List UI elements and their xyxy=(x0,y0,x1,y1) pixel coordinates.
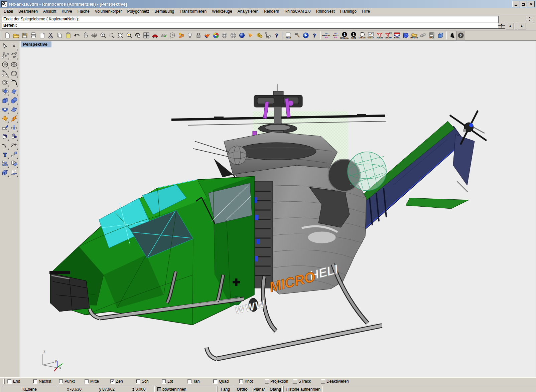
menu-ansicht[interactable]: Ansicht xyxy=(40,8,59,15)
menu-rhinonest[interactable]: RhinoNest xyxy=(313,8,337,15)
penguin-icon[interactable] xyxy=(448,31,456,40)
curve-through-points-icon[interactable] xyxy=(10,51,18,60)
spheres-icon[interactable] xyxy=(10,96,18,105)
extrude-icon[interactable] xyxy=(10,168,18,177)
osnap-knot[interactable]: Knot xyxy=(239,379,265,384)
ellipse-icon[interactable] xyxy=(10,60,18,69)
control-point-curve-icon[interactable] xyxy=(1,51,9,60)
group-icon[interactable]: GROUP xyxy=(384,31,393,40)
rectangle-icon[interactable] xyxy=(10,69,18,78)
cplane-pane[interactable]: KEbene xyxy=(2,386,57,392)
publish-doc-icon[interactable] xyxy=(38,31,46,40)
osnap-punkt-checkbox[interactable] xyxy=(59,379,63,384)
osnap-end-checkbox[interactable] xyxy=(7,379,12,384)
command-prompt[interactable]: Befehl: xyxy=(2,22,499,29)
restore-button[interactable] xyxy=(520,1,527,7)
check-icon[interactable]: CHECK xyxy=(358,31,367,40)
number-manual-icon[interactable]: 123MANUAL456 xyxy=(322,31,331,40)
record-history-toggle[interactable]: Historie aufnehmen xyxy=(283,386,323,392)
sheet-icon[interactable]: n?SHEET xyxy=(367,31,375,40)
menu-flaeche[interactable]: Fläche xyxy=(75,8,92,15)
scroll-up-icon[interactable]: ▲ xyxy=(526,16,533,19)
prev-command-button[interactable]: ◄ xyxy=(506,23,514,29)
polygon-icon[interactable] xyxy=(1,78,9,87)
name-icon[interactable]: NAME xyxy=(393,31,401,40)
osnap-sch-checkbox[interactable] xyxy=(136,379,140,384)
boolean-union-icon[interactable] xyxy=(1,114,9,123)
zoom-dynamic-icon[interactable] xyxy=(99,31,107,40)
offset-curve-icon[interactable] xyxy=(10,141,18,150)
history-scroll-spinner[interactable]: ▲ ▼ xyxy=(526,16,533,22)
osnap-strack-box[interactable] xyxy=(293,379,297,384)
options-gears-icon[interactable] xyxy=(255,31,264,40)
arc-icon[interactable] xyxy=(1,69,9,78)
background-map-icon[interactable] xyxy=(159,31,168,40)
render-wedge-icon[interactable] xyxy=(203,31,212,40)
osnap-naechst[interactable]: Nächst xyxy=(33,379,59,384)
patch-surface-icon[interactable] xyxy=(1,87,9,96)
cone-pointer-icon[interactable] xyxy=(246,31,255,40)
array-icon[interactable] xyxy=(1,159,9,168)
osnap-grip[interactable] xyxy=(3,379,5,384)
circle-icon[interactable] xyxy=(1,60,9,69)
flamingo-map-icon[interactable] xyxy=(401,31,410,40)
ofang-toggle[interactable]: Ofang xyxy=(268,386,283,392)
osnap-mitte[interactable]: Mitte xyxy=(85,379,110,384)
menu-bearbeiten[interactable]: Bearbeiten xyxy=(16,8,40,15)
command-box[interactable]: Ende der Spiegelebene ( Kopieren=Nein ):… xyxy=(2,16,499,29)
torus-icon[interactable] xyxy=(1,105,9,114)
circle-manual-icon[interactable]: 1MANUAL xyxy=(340,31,349,40)
menu-transformieren[interactable]: Transformieren xyxy=(177,8,209,15)
menu-rendern[interactable]: Rendern xyxy=(261,8,282,15)
nest-icon[interactable]: NEST xyxy=(284,31,293,40)
menu-datei[interactable]: Datei xyxy=(1,8,16,15)
osnap-zen-checkbox[interactable]: ✓ xyxy=(110,379,115,384)
spin-down-icon[interactable]: ▼ xyxy=(498,26,505,29)
pan-view-icon[interactable] xyxy=(81,31,90,40)
title-bar[interactable]: rex-ah-1s.3dm - Rhinoceros (Kommerziell)… xyxy=(0,0,536,8)
circle-auto-icon[interactable]: 1AUTO xyxy=(349,31,358,40)
osnap-end[interactable]: End xyxy=(7,379,33,384)
osnap-zen[interactable]: ✓Zen xyxy=(110,379,136,384)
hpgl-icon[interactable]: HPGL xyxy=(427,31,436,40)
close-button[interactable]: × xyxy=(528,1,535,7)
lamp-icon[interactable] xyxy=(185,31,194,40)
zoom-selected-icon[interactable] xyxy=(125,31,133,40)
play-tutorial-icon[interactable] xyxy=(301,31,310,40)
ortho-toggle[interactable]: Ortho xyxy=(234,386,250,392)
menu-polygonnetz[interactable]: Polygonnetz xyxy=(125,8,152,15)
new-file-icon[interactable] xyxy=(3,31,12,40)
osnap-tan-checkbox[interactable] xyxy=(187,379,192,384)
menu-volumenkoerper[interactable]: Volumenkörper xyxy=(92,8,125,15)
help-2-icon[interactable]: ? xyxy=(310,31,319,40)
cplane-icon[interactable] xyxy=(168,31,177,40)
paste-icon[interactable] xyxy=(64,31,73,40)
layer-pane[interactable]: bowdeninnen xyxy=(156,386,217,392)
osnap-knot-checkbox[interactable] xyxy=(239,379,243,384)
undo-view-icon[interactable] xyxy=(133,31,142,40)
perspective-viewport[interactable]: Perspektive xyxy=(19,41,536,377)
blend-curve-icon[interactable] xyxy=(10,78,18,87)
menu-flamingo[interactable]: Flamingo xyxy=(338,8,359,15)
fillet-edge-icon[interactable] xyxy=(1,168,9,177)
osnap-lot-checkbox[interactable] xyxy=(162,379,166,384)
print-icon[interactable] xyxy=(29,31,38,40)
zoom-extents-icon[interactable] xyxy=(116,31,125,40)
osnap-naechst-checkbox[interactable] xyxy=(33,379,37,384)
spin-up-icon[interactable]: ▲ xyxy=(498,23,505,26)
osnap-punkt[interactable]: Punkt xyxy=(59,379,85,384)
cube-icon[interactable] xyxy=(436,31,445,40)
color-wheel-icon[interactable] xyxy=(212,31,220,40)
help-pressed-icon[interactable]: ? xyxy=(456,31,465,40)
named-view-car-icon[interactable] xyxy=(151,31,159,40)
explode-icon[interactable] xyxy=(10,114,18,123)
menu-analysieren[interactable]: Analysieren xyxy=(235,8,261,15)
save-icon[interactable] xyxy=(20,31,29,40)
osnap-quad-checkbox[interactable] xyxy=(213,379,218,384)
fillet-curve-icon[interactable] xyxy=(1,141,9,150)
zoom-window-icon[interactable] xyxy=(107,31,116,40)
lock-icon[interactable] xyxy=(194,31,203,40)
undo-icon[interactable] xyxy=(73,31,81,40)
color-circles-icon[interactable] xyxy=(1,132,9,141)
toolbar-grip[interactable] xyxy=(1,31,2,39)
